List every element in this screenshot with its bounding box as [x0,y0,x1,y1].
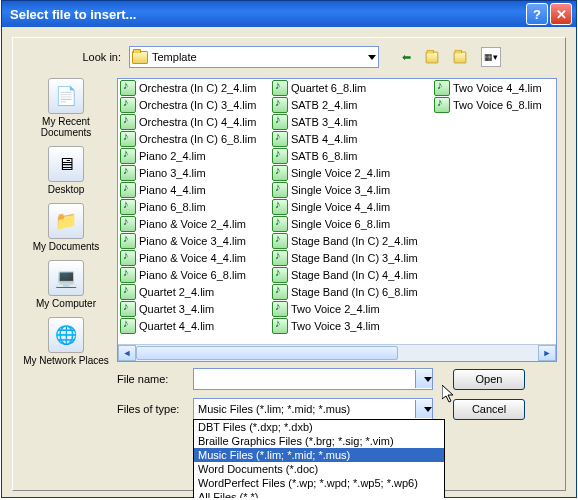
file-icon [120,182,136,198]
file-item[interactable]: Piano 4_4.lim [118,181,270,198]
file-icon [120,233,136,249]
filetype-option[interactable]: Music Files (*.lim; *.mid; *.mus) [194,448,444,462]
file-item[interactable]: Piano & Voice 2_4.lim [118,215,270,232]
file-item[interactable]: Quartet 6_8.lim [270,79,432,96]
filetype-option[interactable]: All Files (*.*) [194,490,444,498]
file-item[interactable]: Orchestra (In C) 6_8.lim [118,130,270,147]
file-item[interactable]: Piano & Voice 4_4.lim [118,249,270,266]
help-button[interactable]: ? [526,3,548,25]
place-my-network-places[interactable]: 🌐My Network Places [22,317,110,366]
file-item[interactable]: Quartet 2_4.lim [118,283,270,300]
file-list[interactable]: Orchestra (In C) 2_4.limOrchestra (In C)… [118,79,556,344]
filetype-option[interactable]: Braille Graphics Files (*.brg; *.sig; *.… [194,434,444,448]
dialog-body: Look in: Template ⬅ ▦▾ 📄My Recent Docume… [12,37,566,491]
file-icon [272,148,288,164]
file-icon [120,267,136,283]
lookin-value: Template [152,51,197,63]
file-item[interactable]: SATB 3_4.lim [270,113,432,130]
file-item[interactable]: Single Voice 3_4.lim [270,181,432,198]
file-icon [434,97,450,113]
file-item[interactable]: Stage Band (In C) 2_4.lim [270,232,432,249]
file-icon [272,284,288,300]
file-item[interactable]: Two Voice 3_4.lim [270,317,432,334]
scroll-right-button[interactable]: ► [538,345,556,361]
file-icon [272,114,288,130]
filename-label: File name: [117,373,193,385]
file-icon [272,267,288,283]
file-item[interactable]: Stage Band (In C) 4_4.lim [270,266,432,283]
file-icon [272,301,288,317]
filetype-combobox[interactable]: Music Files (*.lim; *.mid; *.mus) DBT Fi… [193,398,433,420]
place-icon: 🌐 [48,317,84,353]
open-button[interactable]: Open [453,369,525,390]
file-icon [120,301,136,317]
place-my-computer[interactable]: 💻My Computer [22,260,110,309]
place-my-documents[interactable]: 📁My Documents [22,203,110,252]
file-item[interactable]: Piano 6_8.lim [118,198,270,215]
file-item[interactable]: Piano & Voice 6_8.lim [118,266,270,283]
place-my-recent-documents[interactable]: 📄My Recent Documents [22,78,110,138]
file-icon [272,182,288,198]
file-icon [120,199,136,215]
file-icon [120,148,136,164]
up-icon[interactable] [425,48,443,66]
file-item[interactable]: Two Voice 4_4.lim [432,79,552,96]
file-item[interactable]: Single Voice 4_4.lim [270,198,432,215]
file-item[interactable]: Single Voice 2_4.lim [270,164,432,181]
file-icon [272,80,288,96]
place-desktop[interactable]: 🖥Desktop [22,146,110,195]
file-icon [120,318,136,334]
file-icon [120,114,136,130]
file-item[interactable]: Two Voice 2_4.lim [270,300,432,317]
views-icon[interactable]: ▦▾ [481,47,501,67]
file-list-pane: Orchestra (In C) 2_4.limOrchestra (In C)… [117,78,557,362]
horizontal-scrollbar[interactable]: ◄ ► [118,344,556,361]
file-item[interactable]: Orchestra (In C) 4_4.lim [118,113,270,130]
chevron-down-icon [368,55,376,60]
place-icon: 📄 [48,78,84,114]
filename-input[interactable] [193,368,433,390]
place-icon: 🖥 [48,146,84,182]
file-item[interactable]: SATB 2_4.lim [270,96,432,113]
file-item[interactable]: Quartet 4_4.lim [118,317,270,334]
filetype-option[interactable]: DBT Files (*.dxp; *.dxb) [194,420,444,434]
file-item[interactable]: Piano 2_4.lim [118,147,270,164]
cancel-button[interactable]: Cancel [453,399,525,420]
file-item[interactable]: Stage Band (In C) 3_4.lim [270,249,432,266]
toolbar: ⬅ ▦▾ [397,47,501,67]
back-icon[interactable]: ⬅ [397,48,415,66]
filetype-option[interactable]: WordPerfect Files (*.wp; *.wpd; *.wp5; *… [194,476,444,490]
file-icon [120,216,136,232]
chevron-down-icon[interactable] [415,400,432,418]
folder-icon [132,51,148,64]
file-icon [434,80,450,96]
file-item[interactable]: Single Voice 6_8.lim [270,215,432,232]
file-icon [272,165,288,181]
chevron-down-icon[interactable] [415,370,432,388]
file-item[interactable]: Orchestra (In C) 3_4.lim [118,96,270,113]
file-icon [272,318,288,334]
scroll-track[interactable] [136,346,538,360]
file-item[interactable]: Orchestra (In C) 2_4.lim [118,79,270,96]
file-item[interactable]: Piano 3_4.lim [118,164,270,181]
file-item[interactable]: SATB 4_4.lim [270,130,432,147]
close-button[interactable]: ✕ [550,3,572,25]
titlebar[interactable]: Select file to insert... ? ✕ [2,1,576,27]
file-icon [120,131,136,147]
file-icon [120,284,136,300]
file-item[interactable]: Two Voice 6_8.lim [432,96,552,113]
file-icon [120,165,136,181]
file-item[interactable]: Piano & Voice 3_4.lim [118,232,270,249]
filetype-option[interactable]: Word Documents (*.doc) [194,462,444,476]
lookin-combobox[interactable]: Template [129,46,379,68]
scroll-left-button[interactable]: ◄ [118,345,136,361]
file-item[interactable]: Stage Band (In C) 6_8.lim [270,283,432,300]
file-icon [120,250,136,266]
file-item[interactable]: SATB 6_8.lim [270,147,432,164]
new-folder-icon[interactable] [453,48,471,66]
file-item[interactable]: Quartet 3_4.lim [118,300,270,317]
scroll-thumb[interactable] [136,346,398,360]
filetype-dropdown[interactable]: DBT Files (*.dxp; *.dxb)Braille Graphics… [193,419,445,498]
file-icon [272,250,288,266]
places-bar: 📄My Recent Documents🖥Desktop📁My Document… [21,78,111,366]
